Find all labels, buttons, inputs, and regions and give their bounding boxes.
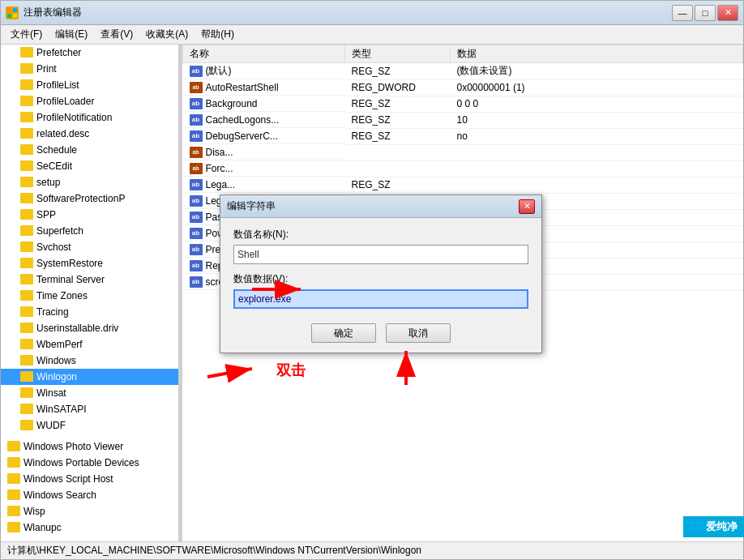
dialog-title-bar: 编辑字符串 ✕ xyxy=(220,195,541,218)
dialog-title-text: 编辑字符串 xyxy=(227,199,519,213)
menu-favorites[interactable]: 收藏夹(A) xyxy=(139,26,195,43)
dialog-buttons: 确定 取消 xyxy=(233,323,528,343)
edit-string-dialog: 编辑字符串 ✕ 数值名称(N): 数值数据(V): 确定 取消 xyxy=(220,195,542,353)
title-bar: 注册表编辑器 — □ ✕ xyxy=(1,1,743,25)
status-text: 计算机\HKEY_LOCAL_MACHINE\SOFTWARE\Microsof… xyxy=(7,544,421,558)
main-window: 注册表编辑器 — □ ✕ 文件(F) 编辑(E) 查看(V) 收藏夹(A) 帮助… xyxy=(0,0,744,560)
window-controls: — □ ✕ xyxy=(672,5,738,21)
window-title: 注册表编辑器 xyxy=(24,6,672,19)
name-input[interactable] xyxy=(233,245,528,264)
minimize-button[interactable]: — xyxy=(672,5,693,21)
data-label: 数值数据(V): xyxy=(233,272,528,286)
cancel-button[interactable]: 取消 xyxy=(386,323,451,343)
maximize-button[interactable]: □ xyxy=(695,5,716,21)
menu-bar: 文件(F) 编辑(E) 查看(V) 收藏夹(A) 帮助(H) xyxy=(1,25,743,45)
menu-help[interactable]: 帮助(H) xyxy=(195,26,241,43)
name-label: 数值名称(N): xyxy=(233,228,528,242)
main-content: Prefetcher Print ProfileList ProfileLoad… xyxy=(1,45,743,541)
status-bar: 计算机\HKEY_LOCAL_MACHINE\SOFTWARE\Microsof… xyxy=(1,541,743,559)
dialog-overlay: 编辑字符串 ✕ 数值名称(N): 数值数据(V): 确定 取消 xyxy=(1,45,743,541)
svg-rect-2 xyxy=(7,14,11,18)
svg-rect-0 xyxy=(7,8,11,12)
watermark-text: 🌐 xyxy=(690,520,706,532)
menu-edit[interactable]: 编辑(E) xyxy=(49,26,94,43)
dialog-close-button[interactable]: ✕ xyxy=(519,199,535,214)
menu-view[interactable]: 查看(V) xyxy=(94,26,139,43)
value-input[interactable] xyxy=(233,289,528,309)
svg-rect-1 xyxy=(13,8,17,12)
svg-rect-3 xyxy=(13,14,17,18)
watermark: 🌐 爱纯净 xyxy=(683,516,744,537)
app-icon xyxy=(6,6,19,19)
menu-file[interactable]: 文件(F) xyxy=(4,26,49,43)
ok-button[interactable]: 确定 xyxy=(311,323,376,343)
dialog-body: 数值名称(N): 数值数据(V): 确定 取消 xyxy=(220,218,541,353)
window-close-button[interactable]: ✕ xyxy=(717,5,738,21)
